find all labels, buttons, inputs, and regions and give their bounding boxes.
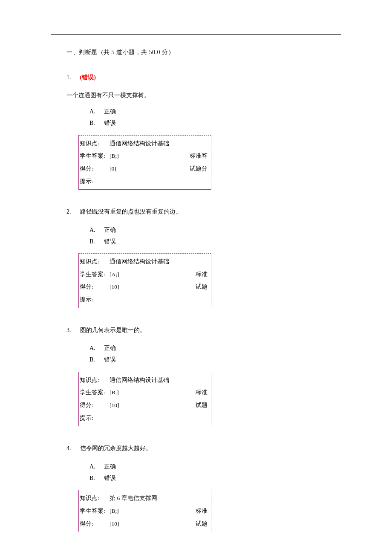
hint-value [110, 413, 208, 424]
choice-text-a: 正确 [104, 227, 116, 233]
ans-label: 学生答案: [80, 269, 110, 280]
choice-b: B. 错误 [89, 473, 341, 484]
hint-value [110, 176, 208, 187]
ans-right: 标准 [196, 269, 208, 280]
kp-label: 知识点: [80, 256, 110, 267]
answer-info-box: 知识点: 通信网络结构设计基础 学生答案: [A;] 标准 得分: [10] 试… [78, 253, 211, 308]
info-row-ans: 学生答案: [A;] 标准 [79, 268, 211, 281]
choice-text-a: 正确 [104, 345, 116, 351]
choice-text-b: 错误 [104, 120, 116, 126]
info-row-score: 得分: [10] 试题 [79, 517, 211, 530]
score-label: 得分: [80, 163, 110, 174]
ans-value: [B;] [110, 150, 190, 162]
choice-text-a: 正确 [104, 463, 116, 470]
kp-value: 通信网络结构设计基础 [110, 375, 208, 386]
question-text: 图的几何表示是唯一的。 [80, 327, 146, 333]
question-choices: A. 正确 B. 错误 [89, 106, 341, 129]
info-row-hint: 提示: [79, 412, 211, 425]
score-value: [10] [110, 518, 196, 529]
hint-label: 提示: [80, 413, 110, 424]
question-choices: A. 正确 B. 错误 [89, 343, 341, 365]
answer-info-box: 知识点: 通信网络结构设计基础 学生答案: [B;] 标准答 得分: [0] 试… [78, 135, 211, 190]
score-value: [10] [110, 400, 196, 411]
kp-value: 第 6 章电信支撑网 [110, 493, 208, 504]
info-row-ans: 学生答案: [B;] 标准 [79, 505, 211, 517]
answer-info-box: 知识点: 第 6 章电信支撑网 学生答案: [B;] 标准 得分: [10] 试… [78, 490, 211, 532]
choice-letter-a: A. [89, 225, 102, 236]
kp-label: 知识点: [80, 493, 110, 504]
choice-b: B. 错误 [89, 236, 341, 248]
info-row-ans: 学生答案: [B;] 标准 [79, 386, 211, 399]
question-number: 2. [66, 207, 74, 217]
question-header: 2. 路径既没有重复的点也没有重复的边。 [66, 207, 341, 217]
question-header: 1. (错误) [66, 72, 341, 83]
score-right: 试题 [196, 518, 208, 529]
choice-text-b: 错误 [104, 356, 116, 363]
info-row-score: 得分: [10] 试题 [79, 399, 211, 412]
info-row-kp: 知识点: 通信网络结构设计基础 [79, 137, 211, 150]
choice-a: A. 正确 [89, 225, 341, 236]
choice-a: A. 正确 [89, 106, 341, 118]
ans-value: [B;] [110, 387, 196, 398]
question-header: 4. 信令网的冗余度越大越好。 [66, 443, 341, 454]
kp-value: 通信网络结构设计基础 [110, 138, 208, 149]
question-number: 1. [66, 72, 74, 83]
kp-value: 通信网络结构设计基础 [110, 256, 208, 267]
choice-b: B. 错误 [89, 354, 341, 366]
info-row-hint: 提示: [79, 293, 211, 306]
choice-letter-a: A. [89, 461, 102, 473]
score-right: 试题 [196, 400, 208, 411]
ans-value: [A;] [110, 269, 196, 280]
question-block: 4. 信令网的冗余度越大越好。 A. 正确 B. 错误 知识点: 第 6 章电信… [51, 443, 341, 532]
score-right: 试题 [196, 281, 208, 292]
question-choices: A. 正确 B. 错误 [89, 461, 341, 484]
hint-label: 提示: [80, 294, 110, 305]
choice-letter-a: A. [89, 106, 102, 118]
choice-text-b: 错误 [104, 238, 116, 245]
info-row-kp: 知识点: 通信网络结构设计基础 [79, 374, 211, 387]
ans-value: [B;] [110, 506, 196, 517]
answer-info-box: 知识点: 通信网络结构设计基础 学生答案: [B;] 标准 得分: [10] 试… [78, 372, 211, 427]
info-row-kp: 知识点: 第 6 章电信支撑网 [79, 492, 211, 505]
choice-b: B. 错误 [89, 118, 341, 129]
choice-a: A. 正确 [89, 343, 341, 354]
choice-a: A. 正确 [89, 461, 341, 473]
info-row-score: 得分: [10] 试题 [79, 280, 211, 293]
exam-page: 一、判断题（共 5 道小题，共 50.0 分） 1. (错误) 一个连通图有不只… [0, 0, 392, 555]
question-block: 2. 路径既没有重复的点也没有重复的边。 A. 正确 B. 错误 知识点: 通信… [51, 207, 341, 308]
info-row-kp: 知识点: 通信网络结构设计基础 [79, 255, 211, 268]
question-number: 3. [66, 325, 74, 335]
section-title: 一、判断题（共 5 道小题，共 50.0 分） [66, 47, 341, 58]
ans-right: 标准 [196, 506, 208, 517]
ans-right: 标准 [196, 387, 208, 398]
kp-label: 知识点: [80, 138, 110, 149]
question-choices: A. 正确 B. 错误 [89, 225, 341, 247]
choice-letter-b: B. [89, 236, 102, 248]
score-label: 得分: [80, 281, 110, 292]
ans-right: 标准答 [190, 150, 208, 162]
question-text: 一个连通图有不只一棵支撑树。 [66, 90, 341, 101]
score-label: 得分: [80, 400, 110, 411]
score-value: [0] [110, 163, 190, 174]
score-label: 得分: [80, 518, 110, 529]
question-number: 4. [66, 443, 74, 454]
score-value: [10] [110, 281, 196, 292]
choice-text-b: 错误 [104, 475, 116, 481]
choice-letter-b: B. [89, 354, 102, 366]
hint-value [110, 294, 208, 305]
hint-label: 提示: [80, 176, 110, 187]
question-header: 3. 图的几何表示是唯一的。 [66, 325, 341, 335]
ans-label: 学生答案: [80, 387, 110, 398]
kp-label: 知识点: [80, 375, 110, 386]
top-rule [51, 34, 341, 35]
choice-letter-b: B. [89, 473, 102, 484]
question-block: 3. 图的几何表示是唯一的。 A. 正确 B. 错误 知识点: 通信网络结构设计… [51, 325, 341, 427]
score-right: 试题分 [190, 163, 208, 174]
choice-letter-a: A. [89, 343, 102, 354]
ans-label: 学生答案: [80, 150, 110, 162]
question-text: 路径既没有重复的点也没有重复的边。 [80, 208, 182, 215]
question-block: 1. (错误) 一个连通图有不只一棵支撑树。 A. 正确 B. 错误 知识点: … [51, 72, 341, 190]
choice-letter-b: B. [89, 118, 102, 129]
question-text: 信令网的冗余度越大越好。 [80, 445, 152, 451]
question-status: (错误) [80, 74, 96, 81]
